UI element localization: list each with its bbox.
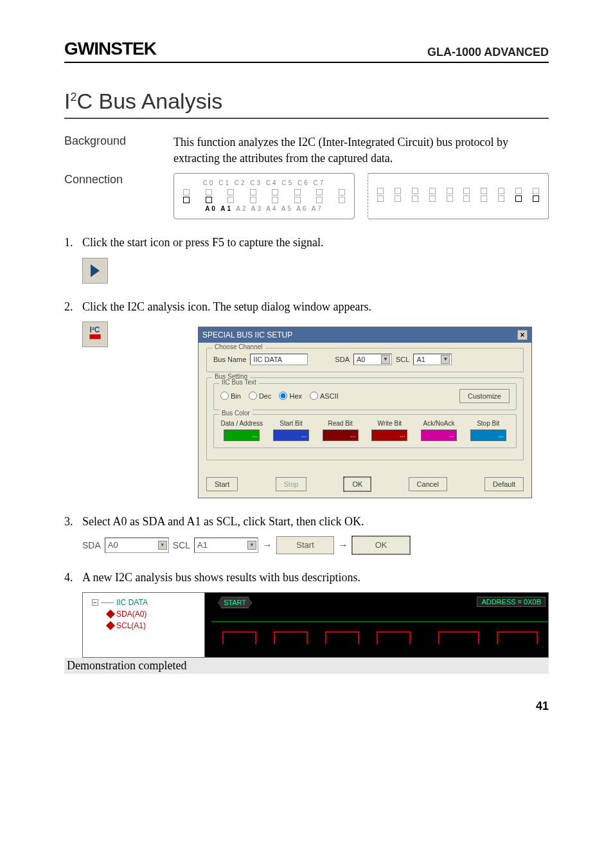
arrow-icon: → bbox=[338, 539, 348, 551]
bus-name-label: Bus Name bbox=[213, 356, 246, 363]
dialog-ok-button[interactable]: OK bbox=[344, 477, 371, 491]
dialog-start-button[interactable]: Start bbox=[206, 477, 238, 491]
color-swatch-read[interactable]: ... bbox=[323, 429, 359, 441]
i2c-icon: I²C▀▀ bbox=[89, 325, 100, 343]
step-text: Click the start icon or press F5 to capt… bbox=[82, 236, 323, 249]
dialog-title-text: SPECIAL BUS IIC SETUP bbox=[202, 330, 292, 339]
scl-label: SCL bbox=[173, 540, 190, 550]
start-button-step3[interactable]: Start bbox=[276, 536, 334, 554]
tree-sda-node[interactable]: SDA(A0) bbox=[85, 608, 202, 620]
bus-name-input[interactable]: IIC DATA bbox=[250, 354, 308, 365]
scl-trace bbox=[205, 631, 548, 649]
radio-dec[interactable]: Dec bbox=[249, 392, 272, 400]
tree-scl-node[interactable]: SCL(A1) bbox=[85, 620, 202, 631]
page-title: I2C Bus Analysis bbox=[64, 89, 549, 119]
page-number: 41 bbox=[64, 700, 549, 713]
customize-button[interactable]: Customize bbox=[459, 389, 510, 403]
color-swatch-ack[interactable]: ... bbox=[421, 429, 457, 441]
sda-combo-step3[interactable]: A0▼ bbox=[105, 538, 169, 553]
scl-combo[interactable]: A1▼ bbox=[413, 354, 452, 365]
arrow-icon: → bbox=[262, 539, 272, 551]
step-1: 1.Click the start icon or press F5 to ca… bbox=[64, 235, 549, 251]
chevron-down-icon: ▼ bbox=[158, 541, 167, 550]
color-label: Ack/NoAck bbox=[423, 420, 455, 427]
demo-complete-text: Demonstration completed bbox=[64, 658, 549, 674]
logo-text: GWINSTEK bbox=[64, 39, 156, 59]
group-label: IIC Bus Text bbox=[219, 379, 259, 386]
step-2: 2.Click the I2C analysis icon. The setup… bbox=[64, 299, 549, 315]
step-3: 3.Select A0 as SDA and A1 as SCL, click … bbox=[64, 514, 549, 530]
dialog-cancel-button[interactable]: Cancel bbox=[409, 477, 447, 491]
top-pin-labels: C0 C1 C2 C3 C4 C5 C6 C7 bbox=[183, 179, 345, 188]
color-swatch-stop[interactable]: ... bbox=[470, 429, 506, 441]
color-label: Data / Address bbox=[221, 420, 263, 427]
connector-diagram-left: C0 C1 C2 C3 C4 C5 C6 C7 A0 A1 A2 A3 A4 A… bbox=[173, 173, 355, 219]
probe-icon bbox=[106, 621, 115, 630]
group-label: Choose Channel bbox=[212, 343, 265, 350]
color-swatch-start[interactable]: ... bbox=[273, 429, 309, 441]
color-swatch-write[interactable]: ... bbox=[371, 429, 407, 441]
start-tag: START bbox=[218, 597, 252, 608]
step-text: Select A0 as SDA and A1 as SCL, click St… bbox=[82, 515, 364, 528]
group-label: Bus Color bbox=[219, 410, 253, 417]
radio-bin[interactable]: Bin bbox=[220, 392, 241, 400]
connection-diagrams: C0 C1 C2 C3 C4 C5 C6 C7 A0 A1 A2 A3 A4 A… bbox=[173, 173, 549, 219]
step-number: 1. bbox=[64, 235, 82, 251]
chevron-down-icon: ▼ bbox=[247, 541, 256, 550]
bus-setting-group: Bus Setting IIC Bus Text Bin Dec Hex ASC… bbox=[206, 377, 524, 460]
sda-label: SDA bbox=[335, 356, 350, 363]
play-icon bbox=[91, 264, 100, 277]
page-header: GWINSTEK GLA-1000 ADVANCED bbox=[64, 39, 549, 63]
probe-icon bbox=[106, 610, 115, 619]
color-label: Write Bit bbox=[378, 420, 402, 427]
choose-channel-group: Choose Channel Bus Name IIC DATA SDA A0▼… bbox=[206, 348, 524, 372]
step-number: 2. bbox=[64, 299, 82, 315]
dialog-default-button[interactable]: Default bbox=[484, 477, 524, 491]
scl-label: SCL bbox=[396, 356, 409, 363]
color-swatch-data[interactable]: ... bbox=[224, 429, 260, 441]
step-text: A new I2C analysis bus shows results wit… bbox=[82, 571, 360, 584]
brand-logo: GWINSTEK bbox=[64, 39, 156, 59]
step3-controls: SDA A0▼ SCL A1▼ → Start → OK bbox=[82, 536, 549, 554]
radio-hex[interactable]: Hex bbox=[279, 392, 302, 400]
i2c-analysis-icon-button[interactable]: I²C▀▀ bbox=[82, 321, 108, 347]
connection-row: Connection C0 C1 C2 C3 C4 C5 C6 C7 A0 A1… bbox=[64, 173, 549, 219]
color-label: Read Bit bbox=[328, 420, 353, 427]
sda-label: SDA bbox=[82, 540, 101, 550]
background-text: This function analyzes the I2C (Inter-In… bbox=[173, 134, 549, 167]
waveform-viewer: − IIC DATA SDA(A0) SCL(A1) START ADDRESS… bbox=[82, 592, 549, 658]
chevron-down-icon: ▼ bbox=[441, 355, 450, 364]
iic-setup-dialog: SPECIAL BUS IIC SETUP × Choose Channel B… bbox=[198, 327, 532, 498]
dialog-titlebar: SPECIAL BUS IIC SETUP × bbox=[199, 327, 531, 343]
color-label: Stop Bit bbox=[477, 420, 499, 427]
signal-tree: − IIC DATA SDA(A0) SCL(A1) bbox=[83, 593, 205, 657]
tree-bus-node[interactable]: − IIC DATA bbox=[85, 597, 202, 608]
color-label: Start Bit bbox=[280, 420, 303, 427]
connector-diagram-right bbox=[368, 173, 549, 219]
step-text: Click the I2C analysis icon. The setup d… bbox=[82, 300, 371, 313]
collapse-icon[interactable]: − bbox=[92, 599, 98, 606]
step-number: 4. bbox=[64, 570, 82, 586]
dialog-stop-button[interactable]: Stop bbox=[276, 477, 307, 491]
sda-trace bbox=[211, 621, 548, 622]
background-row: Background This function analyzes the I2… bbox=[64, 134, 549, 167]
dialog-close-button[interactable]: × bbox=[517, 330, 528, 340]
scl-combo-step3[interactable]: A1▼ bbox=[194, 538, 258, 553]
iic-bus-text-group: IIC Bus Text Bin Dec Hex ASCII Customize bbox=[213, 383, 517, 410]
step-number: 3. bbox=[64, 514, 82, 530]
start-icon-button[interactable] bbox=[82, 258, 108, 284]
sda-combo[interactable]: A0▼ bbox=[353, 354, 392, 365]
waveform-canvas[interactable]: START ADDRESS = 0X0B bbox=[205, 593, 548, 657]
radio-ascii[interactable]: ASCII bbox=[310, 392, 339, 400]
step-4: 4.A new I2C analysis bus shows results w… bbox=[64, 570, 549, 586]
chevron-down-icon: ▼ bbox=[381, 355, 390, 364]
connection-label: Connection bbox=[64, 173, 173, 219]
address-tag: ADDRESS = 0X0B bbox=[477, 597, 546, 607]
model-label: GLA-1000 ADVANCED bbox=[427, 46, 549, 59]
bus-color-group: Bus Color Data / Address... Start Bit...… bbox=[213, 414, 517, 448]
ok-button-step3[interactable]: OK bbox=[352, 536, 410, 554]
background-label: Background bbox=[64, 134, 173, 167]
